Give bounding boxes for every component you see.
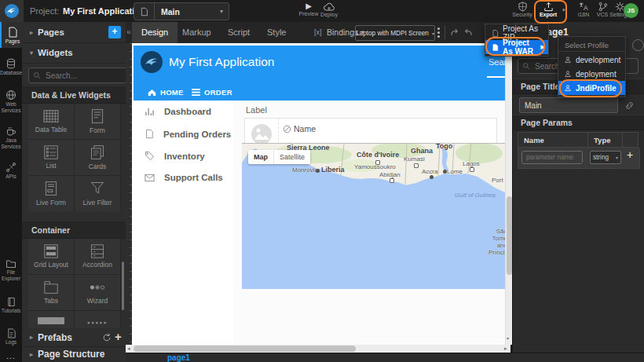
file-icon xyxy=(492,43,499,52)
widget-partial-right[interactable]: ▪▪▪▪▪ xyxy=(75,311,120,328)
city-marker xyxy=(470,167,474,172)
profile-jndiprofile[interactable]: JndiProfile xyxy=(558,81,625,95)
wavemaker-ide: Project: My First Application › Main ▾ ▶… xyxy=(0,0,644,362)
widget-live-filter[interactable]: Live Filter xyxy=(75,176,120,211)
rail-item-web-services[interactable]: Web Services xyxy=(0,85,22,118)
menu-label: Support Calls xyxy=(164,173,223,182)
widget-search[interactable] xyxy=(28,68,127,83)
undo-button[interactable] xyxy=(449,27,459,38)
left-rail: Pages Databases Web Services Java Servic… xyxy=(0,22,22,362)
nav-order[interactable]: ORDER xyxy=(192,88,232,97)
widget-accordion[interactable]: Accordion xyxy=(75,239,120,274)
tab-markup[interactable]: Markup xyxy=(173,22,221,43)
refresh-circle-icon[interactable] xyxy=(632,39,644,51)
widget-list[interactable]: List xyxy=(28,140,74,175)
deploy-button[interactable]: Deploy xyxy=(316,2,342,17)
svg-text:A: A xyxy=(584,4,588,12)
profile-development[interactable]: development xyxy=(558,53,625,67)
widget-partial-left[interactable] xyxy=(28,311,74,328)
menu-item-pending-orders[interactable]: Pending Orders xyxy=(145,129,231,139)
rail-item-apis[interactable]: APIs xyxy=(0,157,22,185)
map-label: Accra xyxy=(422,168,437,175)
widget-search-input[interactable] xyxy=(44,71,123,81)
city-marker xyxy=(390,178,394,183)
widget-tabs[interactable]: Tabs xyxy=(28,275,74,310)
rail-item-tutorials[interactable]: Tutorials xyxy=(0,292,22,319)
menu-item-support-calls[interactable]: Support Calls xyxy=(145,173,223,182)
panel-scrollbar[interactable] xyxy=(122,261,124,310)
wavemaker-logo[interactable] xyxy=(0,0,24,22)
app-header[interactable]: My First Application Search HOME ORDER xyxy=(134,46,505,101)
add-page-button[interactable]: + xyxy=(108,26,121,38)
rail-label: Pages xyxy=(2,38,24,45)
tab-design[interactable]: Design xyxy=(132,22,177,43)
tab-style[interactable]: Style xyxy=(258,22,295,43)
widget-cards[interactable]: Cards xyxy=(75,140,120,175)
design-canvas[interactable]: My First Application Search HOME ORDER D… xyxy=(132,43,505,345)
widget-grid-layout[interactable]: Grid Layout xyxy=(28,239,74,274)
map-button[interactable]: Map xyxy=(248,150,274,164)
widget-form[interactable]: Form xyxy=(75,104,120,139)
menu-item-label: development xyxy=(576,56,620,64)
scrollbar-thumb[interactable] xyxy=(507,196,512,275)
rail-item-logs[interactable]: Logs xyxy=(0,324,22,350)
scroll-right-arrow[interactable]: ▸ xyxy=(504,346,507,352)
add-param-button[interactable]: + xyxy=(627,148,633,161)
pages-section-header[interactable]: ▸ Pages + xyxy=(22,22,126,43)
list-icon xyxy=(43,145,59,159)
menu-item-label: Project As WAR xyxy=(503,38,541,56)
device-selector[interactable]: Laptop with MDPI Screen ▾ xyxy=(355,25,435,41)
widget-label: Data Table xyxy=(35,126,67,133)
widgets-section-header[interactable]: ▾ Widgets xyxy=(22,42,126,64)
add-prefab-button[interactable]: + xyxy=(115,330,122,343)
scroll-down-arrow[interactable]: ▾ xyxy=(507,335,509,341)
user-avatar[interactable]: JS xyxy=(624,3,639,18)
widget-label: Live Filter xyxy=(83,199,112,207)
prefabs-section-header[interactable]: ▸ Prefabs + xyxy=(22,328,126,347)
city-marker xyxy=(316,169,320,173)
param-type-select[interactable]: string ▾ xyxy=(590,151,621,164)
menu-item-dashboard[interactable]: Dashboard xyxy=(145,107,211,116)
map-label: Kumasi xyxy=(404,155,425,163)
bindings-button[interactable]: Bindings xyxy=(327,27,358,37)
status-page-name[interactable]: page1 xyxy=(167,353,190,362)
param-col-actions xyxy=(623,132,639,148)
log-file-icon xyxy=(6,328,16,338)
rail-more-button[interactable]: ... xyxy=(0,352,22,360)
canvas-horizontal-scrollbar[interactable]: ◂ ▸ xyxy=(126,345,510,353)
widget-wizard[interactable]: Wizard xyxy=(75,275,120,310)
rail-item-file-explorer[interactable]: File Explorer xyxy=(0,254,22,286)
refresh-icon[interactable] xyxy=(102,333,112,342)
map-widget[interactable]: Map Satellite Sierra Leone Monrovia Libe… xyxy=(242,143,505,289)
toolbar-divider xyxy=(445,26,445,39)
tab-script[interactable]: Script xyxy=(218,22,259,43)
page-title-input[interactable]: Main xyxy=(519,97,618,113)
more-options-button[interactable] xyxy=(435,27,441,38)
search-icon xyxy=(33,71,41,79)
chevron-down-icon: ▾ xyxy=(432,31,434,36)
redo-button[interactable] xyxy=(463,27,474,38)
page-structure-section-header[interactable]: ▸ Page Structure xyxy=(22,346,126,362)
label-widget[interactable]: Label xyxy=(246,105,267,115)
envelope-icon xyxy=(145,174,155,182)
widget-data-table[interactable]: Data Table xyxy=(28,104,74,139)
export-button[interactable]: Export xyxy=(535,2,562,17)
rail-item-pages[interactable]: Pages xyxy=(0,22,24,48)
security-button[interactable]: Security xyxy=(509,2,536,17)
satellite-button[interactable]: Satellite xyxy=(274,150,310,164)
rail-item-databases[interactable]: Databases xyxy=(0,53,22,81)
page-icon xyxy=(134,3,155,20)
scroll-left-arrow[interactable]: ◂ xyxy=(127,346,130,352)
collapse-panel-icon[interactable]: « xyxy=(126,27,131,36)
page-selector[interactable]: Main ▾ xyxy=(134,2,229,20)
nav-home[interactable]: HOME xyxy=(148,88,184,97)
link-icon[interactable] xyxy=(624,101,635,111)
widget-live-form[interactable]: Live Form xyxy=(28,176,74,211)
param-name-input[interactable] xyxy=(521,151,583,164)
menu-item-project-as-war[interactable]: Project As WAR ▶ xyxy=(485,40,548,54)
scrollbar-thumb[interactable] xyxy=(134,346,356,352)
profile-deployment[interactable]: deployment xyxy=(558,67,625,81)
wizard-icon xyxy=(89,280,106,294)
rail-item-java-services[interactable]: Java Services xyxy=(0,121,22,154)
menu-item-inventory[interactable]: Inventory xyxy=(145,151,205,161)
